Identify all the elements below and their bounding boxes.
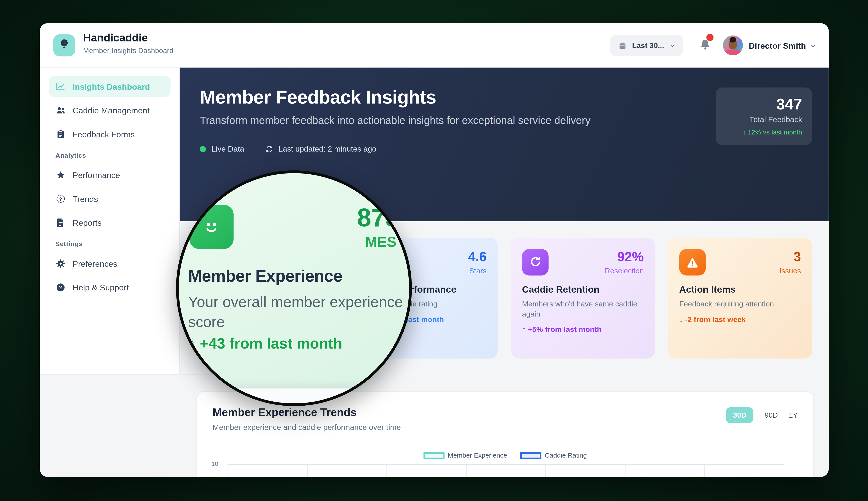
rotate-icon: [522, 249, 549, 276]
sidebar-divider: [40, 374, 211, 375]
card-unit: Issues: [779, 267, 801, 275]
golf-ball-tee-icon: [57, 38, 71, 53]
brand: Handicaddie Member Insights Dashboard: [83, 32, 173, 55]
magnified-card-desc: Your overall member experience score: [188, 292, 412, 332]
sidebar-item-label: Reports: [72, 218, 102, 227]
bell-icon: [698, 44, 712, 53]
hero-meta: Live Data Last updated: 2 minutes ago: [200, 144, 809, 153]
sidebar-item-label: Performance: [72, 170, 120, 180]
card-unit: Reselection: [605, 267, 644, 275]
calendar-icon: [618, 41, 627, 50]
magnified-card-unit: MES: [359, 233, 403, 250]
notification-badge: [706, 34, 713, 41]
user-name[interactable]: Director Smith: [749, 41, 806, 50]
range-toggle: 30D 90D 1Y: [726, 407, 798, 423]
app-title: Handicaddie: [83, 32, 173, 44]
sidebar-item-feedback-forms[interactable]: Feedback Forms: [49, 123, 170, 144]
legend-caddie-rating[interactable]: Caddie Rating: [520, 451, 587, 459]
sidebar-item-preferences[interactable]: Preferences: [49, 253, 170, 274]
sidebar-item-label: Insights Dashboard: [72, 82, 150, 91]
live-status-dot: [200, 146, 206, 152]
file-icon: [55, 217, 66, 228]
sidebar-item-label: Trends: [72, 194, 98, 203]
gear-icon: [55, 258, 66, 269]
chevron-down-icon: [669, 42, 675, 49]
range-90d-button[interactable]: 90D: [765, 411, 778, 419]
range-1y-button[interactable]: 1Y: [789, 411, 798, 419]
last-updated-label: Last updated: 2 minutes ago: [278, 144, 377, 153]
magnified-card-title: Member Experience: [188, 267, 342, 286]
app-window: Handicaddie Member Insights Dashboard La…: [40, 23, 829, 477]
help-circle-icon: ?: [55, 282, 66, 292]
user-menu-chevron-icon[interactable]: [809, 42, 817, 49]
chart-line-icon: [55, 81, 66, 92]
sidebar-item-reports[interactable]: Reports: [49, 212, 170, 233]
topbar-actions: Last 30...: [610, 23, 816, 67]
notifications-button[interactable]: [698, 38, 712, 53]
card-title: Action Items: [679, 284, 801, 295]
magnified-card-change: ↑ +43 from last month: [188, 335, 342, 352]
live-status-label: Live Data: [212, 144, 244, 153]
sidebar-item-caddie-management[interactable]: Caddie Management: [49, 99, 170, 121]
card-desc: Members who'd have same caddie again: [522, 299, 644, 320]
topbar: Handicaddie Member Insights Dashboard La…: [40, 23, 829, 67]
card-unit: Stars: [468, 267, 487, 275]
legend-swatch-blue: [520, 452, 541, 459]
sidebar-item-help-support[interactable]: ? Help & Support: [49, 277, 170, 298]
card-title: Caddie Retention: [522, 284, 644, 295]
y-axis-tick: 10: [212, 460, 218, 467]
sidebar-item-label: Preferences: [72, 259, 117, 268]
sidebar-section-settings: Settings: [55, 240, 170, 248]
sidebar-section-analytics: Analytics: [55, 151, 170, 159]
card-change: ↓ -2 from last week: [679, 316, 801, 324]
card-value: 3: [779, 249, 801, 265]
card-change: ↑ +5% from last month: [522, 326, 644, 334]
chart-subtitle: Member experience and caddie performance…: [213, 423, 798, 431]
clipboard-icon: [55, 129, 66, 139]
total-feedback-label: Total Feedback: [726, 115, 802, 124]
sidebar-item-label: Feedback Forms: [72, 129, 135, 139]
card-caddie-retention: 92% Reselection Caddie Retention Members…: [511, 238, 655, 359]
card-desc: Feedback requiring attention: [679, 299, 801, 309]
total-feedback-card: 347 Total Feedback ↑ 12% vs last month: [716, 87, 812, 145]
sidebar-item-trends[interactable]: ? Trends: [49, 188, 170, 209]
legend-member-experience[interactable]: Member Experience: [423, 451, 507, 459]
warning-triangle-icon: [679, 249, 706, 276]
total-feedback-value: 347: [726, 96, 802, 114]
sidebar: Insights Dashboard Caddie Management: [40, 67, 180, 374]
sidebar-item-label: Caddie Management: [72, 106, 149, 115]
card-action-items: 3 Issues Action Items Feedback requiring…: [668, 238, 812, 359]
total-feedback-change: ↑ 12% vs last month: [726, 128, 802, 136]
last-updated: Last updated: 2 minutes ago: [265, 144, 377, 153]
chart-title: Member Experience Trends: [213, 406, 798, 419]
card-value: 4.6: [468, 249, 487, 265]
users-icon: [55, 105, 66, 115]
range-30d-button[interactable]: 30D: [726, 407, 754, 423]
app-logo: [53, 34, 75, 56]
star-icon: [55, 170, 66, 180]
date-range-label: Last 30...: [632, 41, 664, 50]
target-question-icon: ?: [55, 193, 66, 204]
magnifier-overlay: 873 MES Member Experience Your overall m…: [176, 170, 412, 406]
chart-plot-area: [227, 464, 784, 477]
svg-text:?: ?: [59, 196, 62, 202]
app-subtitle: Member Insights Dashboard: [83, 46, 173, 55]
sidebar-item-label: Help & Support: [72, 283, 129, 292]
legend-swatch-teal: [423, 452, 444, 459]
svg-text:?: ?: [59, 284, 62, 290]
date-range-selector[interactable]: Last 30...: [610, 35, 683, 56]
user-avatar[interactable]: [723, 35, 743, 55]
sidebar-item-insights-dashboard[interactable]: Insights Dashboard: [49, 76, 170, 97]
card-value: 92%: [605, 249, 644, 265]
sidebar-item-performance[interactable]: Performance: [49, 164, 170, 185]
stage: Handicaddie Member Insights Dashboard La…: [0, 0, 868, 501]
chart-legend: Member Experience Caddie Rating: [197, 451, 813, 459]
refresh-icon: [265, 145, 274, 153]
